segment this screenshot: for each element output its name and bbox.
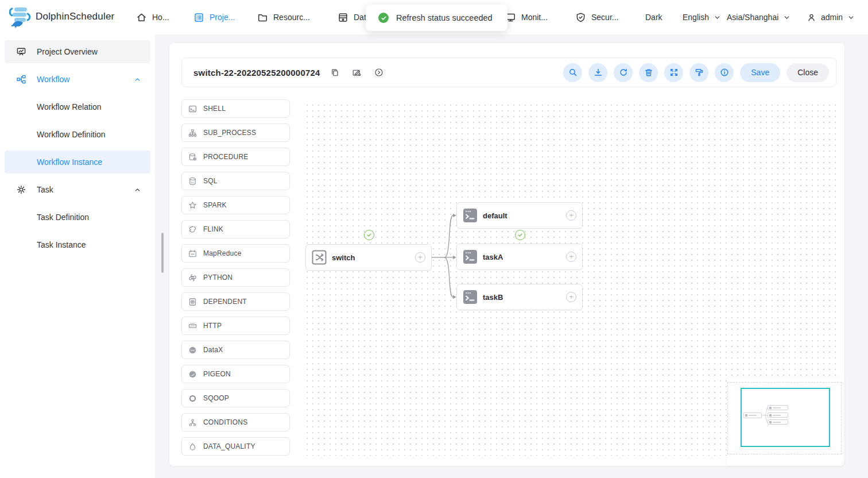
sidebar-item-task-instance[interactable]: Task Instance: [5, 233, 150, 256]
timezone-selector[interactable]: Asia/Shanghai: [727, 0, 790, 34]
success-check-icon: [378, 13, 389, 23]
toast-message: Refresh status succeeded: [396, 13, 493, 22]
nav-item-label: Monit...: [521, 13, 548, 22]
python-icon: [188, 273, 197, 282]
sidebar-item-label: Workflow Relation: [37, 102, 102, 111]
task-type-sqoop[interactable]: SQOOP: [181, 389, 290, 407]
datax-icon: DataX: [188, 346, 197, 354]
dag-node-taskB[interactable]: taskB +: [456, 284, 583, 310]
sidebar-item-label: Workflow: [37, 75, 69, 84]
add-connection-icon[interactable]: +: [566, 292, 576, 302]
language-label: English: [683, 13, 709, 22]
nav-item-home[interactable]: Ho...: [136, 0, 169, 34]
save-button[interactable]: Save: [740, 63, 780, 82]
task-type-flink[interactable]: FLINK: [181, 220, 290, 238]
sidebar-item-workflow-instance[interactable]: Workflow Instance: [5, 151, 150, 174]
spark-star-icon: [188, 201, 197, 210]
dag-node-taskA[interactable]: taskA +: [456, 244, 583, 270]
sidebar-item-task-definition[interactable]: Task Definition: [5, 206, 150, 229]
node-label: switch: [332, 253, 355, 262]
svg-text:SQL: SQL: [191, 182, 195, 184]
task-type-label: CONDITIONS: [203, 418, 247, 426]
workflow-instance-title: switch-22-20220525200000724: [193, 68, 320, 78]
timezone-label: Asia/Shanghai: [727, 13, 778, 22]
nav-item-projects[interactable]: Proje...: [193, 0, 235, 34]
info-button[interactable]: [715, 63, 734, 82]
shield-check-icon: [575, 12, 586, 23]
task-type-shell[interactable]: SHELL: [181, 99, 290, 118]
chevron-down-icon: [783, 14, 790, 21]
add-connection-icon[interactable]: +: [415, 252, 425, 263]
task-type-spark[interactable]: SPARK: [181, 196, 290, 214]
search-button[interactable]: [563, 63, 582, 82]
sidebar-item-workflow-definition[interactable]: Workflow Definition: [5, 123, 150, 146]
chevron-down-icon: [847, 14, 855, 21]
dag-node-switch[interactable]: switch +: [305, 244, 432, 271]
task-type-data-quality[interactable]: DATA_QUALITY: [181, 437, 290, 456]
username-label: admin: [821, 13, 843, 22]
sidebar-item-label: Task: [37, 185, 53, 194]
task-type-label: DATA_QUALITY: [203, 442, 255, 450]
task-type-pigeon[interactable]: PIGEON: [181, 365, 290, 383]
task-type-label: PROCEDURE: [203, 153, 248, 161]
copy-name-icon[interactable]: [331, 68, 339, 77]
task-type-http[interactable]: HTTP HTTP: [181, 317, 290, 335]
sidebar-item-workflow[interactable]: Workflow: [5, 68, 150, 91]
task-type-datax[interactable]: DataX DataX: [181, 341, 290, 359]
nav-item-monitor[interactable]: Monit...: [505, 0, 548, 34]
task-type-label: HTTP: [203, 322, 222, 330]
sidebar-item-label: Workflow Definition: [37, 130, 106, 139]
theme-toggle[interactable]: Dark: [645, 0, 662, 34]
nav-item-label: Secur...: [591, 13, 618, 22]
task-type-label: SHELL: [203, 105, 226, 113]
sidebar-item-project-overview[interactable]: Project Overview: [5, 40, 150, 63]
play-circle-icon[interactable]: [374, 68, 383, 77]
language-selector[interactable]: English: [683, 0, 721, 34]
close-button[interactable]: Close: [786, 63, 829, 82]
sidebar-item-task[interactable]: Task: [5, 178, 150, 201]
add-connection-icon[interactable]: +: [566, 210, 576, 221]
add-connection-icon[interactable]: +: [566, 252, 576, 262]
http-icon: HTTP: [188, 322, 197, 330]
dag-minimap[interactable]: [727, 377, 843, 465]
task-type-conditions[interactable]: CONDITIONS: [181, 413, 290, 431]
nav-item-resources[interactable]: Resourc...: [257, 0, 310, 34]
svg-text:DataX: DataX: [190, 349, 195, 351]
shell-task-icon: [463, 249, 478, 264]
nav-item-security[interactable]: Secur...: [575, 0, 618, 34]
task-type-mapreduce[interactable]: MR MapReduce: [181, 244, 290, 263]
delete-button[interactable]: [639, 63, 658, 82]
fullscreen-button[interactable]: [664, 63, 683, 82]
sidebar-scrollbar[interactable]: [161, 233, 164, 273]
switch-task-icon: [312, 250, 327, 265]
task-type-label: SUB_PROCESS: [203, 129, 256, 137]
dag-node-default[interactable]: default +: [456, 202, 583, 229]
refresh-button[interactable]: [614, 63, 633, 82]
app-logo[interactable]: DolphinScheduler: [7, 4, 114, 29]
minimap-node: [768, 419, 788, 425]
sidebar-item-workflow-relation[interactable]: Workflow Relation: [5, 95, 150, 118]
task-type-dependent[interactable]: DEPENDENT: [181, 292, 290, 311]
task-type-python[interactable]: PYTHON: [181, 268, 290, 287]
gear-icon: [16, 184, 26, 195]
task-type-label: PYTHON: [203, 273, 232, 282]
minimap-node: [768, 413, 788, 418]
sidebar-item-label: Workflow Instance: [37, 157, 102, 167]
format-layout-button[interactable]: [689, 63, 708, 82]
task-type-label: DEPENDENT: [203, 298, 247, 306]
task-type-procedure[interactable]: PROCEDURE: [181, 148, 290, 166]
datasource-icon: [338, 12, 348, 23]
data-quality-drop-icon: [188, 442, 197, 451]
task-type-sql[interactable]: SQL SQL: [181, 172, 290, 190]
task-type-sub-process[interactable]: SUB_PROCESS: [181, 124, 290, 142]
task-type-label: SQOOP: [203, 394, 229, 402]
node-label: taskA: [483, 253, 503, 261]
conditions-icon: [188, 418, 197, 427]
user-menu[interactable]: admin: [807, 0, 855, 34]
toast-notification: Refresh status succeeded: [366, 5, 507, 31]
node-label: taskB: [483, 293, 503, 302]
download-button[interactable]: [588, 63, 607, 82]
minimap-viewport[interactable]: [741, 388, 830, 447]
task-type-toolbox: SHELL SUB_PROCESS: [181, 99, 290, 461]
edit-format-icon[interactable]: [352, 68, 362, 77]
